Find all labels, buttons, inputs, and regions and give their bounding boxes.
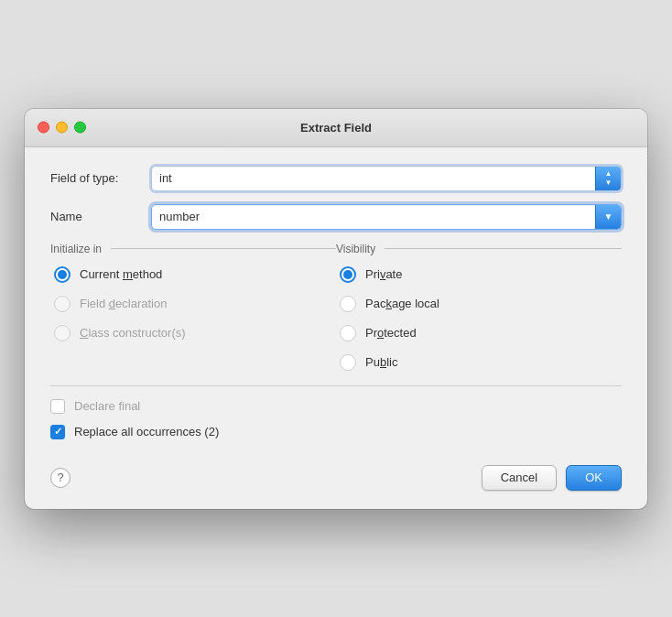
name-label: Name: [50, 210, 151, 223]
radio-public-label: Public: [365, 355, 397, 369]
minimize-button[interactable]: [56, 122, 68, 134]
radio-package-local[interactable]: Package local: [340, 296, 622, 312]
divider: [50, 385, 622, 386]
declare-final-label: Declare final: [74, 399, 140, 413]
radio-field-declaration-circle: [54, 296, 70, 312]
dropdown-arrow-icon: ▼: [604, 211, 613, 222]
dialog-title: Extract Field: [300, 121, 372, 135]
help-icon: ?: [57, 471, 63, 484]
field-of-type-spinner[interactable]: ▲ ▼: [595, 167, 621, 190]
help-button[interactable]: ?: [50, 468, 70, 488]
initialize-in-label: Initialize in: [50, 243, 102, 255]
ok-button[interactable]: OK: [566, 465, 622, 491]
initialize-in-col: Initialize in Current method Field decla…: [50, 243, 336, 371]
radio-class-constructor-circle: [54, 325, 70, 341]
radio-field-declaration[interactable]: Field declaration: [54, 296, 336, 312]
name-row: Name ▼: [50, 204, 622, 230]
replace-all-checkbox[interactable]: [50, 425, 65, 439]
radio-current-method[interactable]: Current method: [54, 266, 336, 283]
field-of-type-combobox[interactable]: ▲ ▼: [151, 166, 622, 191]
spinner-up-icon: ▲: [605, 169, 612, 179]
declare-final-checkbox[interactable]: [50, 399, 65, 414]
radio-current-method-label: Current method: [80, 267, 162, 281]
radio-package-local-label: Package local: [365, 297, 439, 310]
initialize-in-radio-group: Current method Field declaration Class c…: [50, 266, 336, 341]
initialize-in-header: Initialize in: [50, 243, 336, 255]
traffic-lights: [38, 122, 86, 134]
declare-final-row: Declare final: [50, 399, 622, 414]
maximize-button[interactable]: [74, 122, 86, 134]
field-of-type-row: Field of type: ▲ ▼: [50, 166, 622, 191]
titlebar: Extract Field: [25, 109, 647, 147]
radio-protected-circle: [340, 325, 356, 341]
extract-field-dialog: Extract Field Field of type: ▲ ▼ Name ▼: [25, 109, 647, 509]
visibility-line: [385, 248, 622, 249]
radio-protected-label: Protected: [365, 326, 417, 340]
initialize-in-line: [111, 248, 336, 249]
cancel-button[interactable]: Cancel: [482, 465, 557, 491]
radio-current-method-circle: [54, 266, 70, 283]
radio-public-circle: [340, 354, 356, 371]
radio-private-circle: [340, 266, 356, 283]
radio-public[interactable]: Public: [340, 354, 622, 371]
replace-all-label: Replace all occurrences (2): [74, 425, 219, 438]
name-dropdown-button[interactable]: ▼: [595, 205, 621, 229]
button-row: ? Cancel OK: [50, 456, 622, 491]
radio-protected[interactable]: Protected: [340, 325, 622, 341]
visibility-header: Visibility: [336, 243, 622, 255]
radio-class-constructor[interactable]: Class constructor(s): [54, 325, 336, 341]
field-of-type-input[interactable]: [152, 167, 595, 190]
radio-package-local-circle: [340, 296, 356, 312]
visibility-label: Visibility: [336, 243, 375, 255]
name-input[interactable]: [152, 205, 595, 229]
field-of-type-label: Field of type:: [50, 171, 151, 185]
radio-private[interactable]: Private: [340, 266, 622, 283]
dialog-content: Field of type: ▲ ▼ Name ▼: [25, 147, 647, 509]
visibility-col: Visibility Private Package local Prote: [336, 243, 622, 371]
replace-all-row: Replace all occurrences (2): [50, 425, 622, 439]
close-button[interactable]: [38, 122, 49, 134]
visibility-radio-group: Private Package local Protected Public: [336, 266, 622, 371]
spinner-down-icon: ▼: [605, 179, 612, 188]
radio-class-constructor-label: Class constructor(s): [80, 326, 186, 340]
options-section: Initialize in Current method Field decla…: [50, 243, 622, 371]
radio-private-label: Private: [365, 267, 402, 281]
name-combobox[interactable]: ▼: [151, 204, 622, 230]
radio-field-declaration-label: Field declaration: [80, 297, 167, 310]
